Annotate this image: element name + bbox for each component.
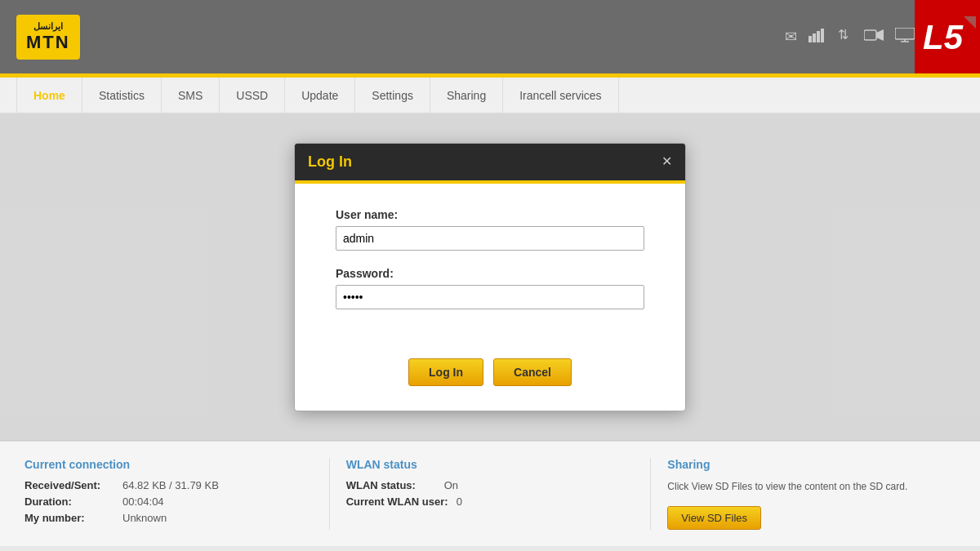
- main-navigation: Home Statistics SMS USSD Update Settings…: [0, 78, 980, 113]
- wlan-status-row: WLAN status: On: [346, 479, 635, 491]
- username-form-group: User name:: [336, 208, 644, 251]
- view-sd-files-button[interactable]: View SD Files: [667, 506, 761, 530]
- sharing-column: Sharing Click View SD Files to view the …: [651, 458, 956, 530]
- current-wlan-user-label: Current WLAN user:: [346, 495, 448, 508]
- current-wlan-user-value: 0: [457, 495, 462, 508]
- duration-label: Duration:: [24, 495, 114, 508]
- bottom-info-section: Current connection Received/Sent: 64.82 …: [0, 441, 980, 546]
- received-sent-row: Received/Sent: 64.82 KB / 31.79 KB: [24, 479, 313, 491]
- cancel-button[interactable]: Cancel: [493, 358, 572, 386]
- nav-item-statistics[interactable]: Statistics: [82, 78, 162, 113]
- sharing-heading: Sharing: [667, 458, 956, 471]
- current-connection-column: Current connection Received/Sent: 64.82 …: [24, 458, 330, 530]
- current-connection-heading: Current connection: [24, 458, 313, 471]
- dialog-title: Log In: [308, 153, 352, 171]
- nav-item-update[interactable]: Update: [285, 78, 355, 113]
- current-wlan-user-row: Current WLAN user: 0: [346, 495, 635, 508]
- duration-value: 00:04:04: [122, 495, 164, 508]
- dialog-close-button[interactable]: ✕: [662, 155, 672, 168]
- password-input[interactable]: [336, 285, 644, 309]
- wlan-status-column: WLAN status WLAN status: On Current WLAN…: [330, 458, 652, 530]
- password-label: Password:: [336, 267, 644, 280]
- nav-item-sms[interactable]: SMS: [162, 78, 220, 113]
- video-camera-icon: [864, 29, 884, 46]
- logo-mtn-text: MTN: [26, 32, 70, 53]
- logo-arabic-text: ایرانسل: [33, 21, 63, 32]
- main-content-area: Log In ✕ User name: Password: Log In Can…: [0, 113, 980, 440]
- received-sent-label: Received/Sent:: [24, 479, 114, 491]
- wlan-status-value: On: [444, 479, 458, 491]
- header-icons-group: ✉ ⇅: [785, 28, 915, 47]
- dialog-footer: Log In Cancel: [295, 350, 685, 411]
- received-sent-value: 64.82 KB / 31.79 KB: [122, 479, 219, 491]
- my-number-label: My number:: [24, 512, 114, 524]
- nav-item-irancell-services[interactable]: Irancell services: [503, 78, 618, 113]
- svg-rect-0: [808, 36, 812, 42]
- login-dialog: Log In ✕ User name: Password: Log In Can…: [294, 143, 686, 411]
- envelope-icon[interactable]: ✉: [785, 28, 797, 46]
- password-form-group: Password:: [336, 267, 644, 309]
- login-button[interactable]: Log In: [408, 358, 483, 386]
- duration-row: Duration: 00:04:04: [24, 495, 313, 508]
- svg-rect-7: [895, 28, 915, 39]
- logo-area: ایرانسل MTN: [16, 15, 80, 60]
- my-number-value: Unknown: [122, 512, 167, 524]
- svg-marker-6: [876, 29, 884, 41]
- nav-item-settings[interactable]: Settings: [355, 78, 430, 113]
- dialog-body: User name: Password:: [295, 184, 685, 350]
- svg-rect-3: [821, 29, 824, 42]
- svg-rect-2: [817, 31, 820, 42]
- username-label: User name:: [336, 208, 644, 221]
- svg-text:⇅: ⇅: [838, 28, 849, 42]
- nav-item-sharing[interactable]: Sharing: [430, 78, 503, 113]
- username-input[interactable]: [336, 226, 644, 251]
- mtn-logo: ایرانسل MTN: [16, 15, 80, 60]
- svg-rect-5: [864, 30, 876, 40]
- nav-item-ussd[interactable]: USSD: [220, 78, 285, 113]
- dialog-overlay: Log In ✕ User name: Password: Log In Can…: [0, 113, 980, 440]
- transfer-arrows-icon: ⇅: [838, 28, 853, 47]
- monitor-screen-icon: [895, 28, 915, 47]
- nav-item-home[interactable]: Home: [16, 78, 82, 113]
- svg-rect-1: [813, 33, 816, 42]
- my-number-row: My number: Unknown: [24, 512, 313, 524]
- sharing-description: Click View SD Files to view the content …: [667, 479, 956, 494]
- dialog-header: Log In ✕: [295, 144, 685, 180]
- wlan-status-label: WLAN status:: [346, 479, 436, 491]
- signal-bars-icon: [808, 28, 826, 47]
- svg-text:L5: L5: [923, 18, 964, 56]
- page-header: ایرانسل MTN ✉ ⇅: [0, 0, 980, 73]
- corner-brand-logo: L5: [915, 0, 980, 73]
- wlan-status-heading: WLAN status: [346, 458, 635, 471]
